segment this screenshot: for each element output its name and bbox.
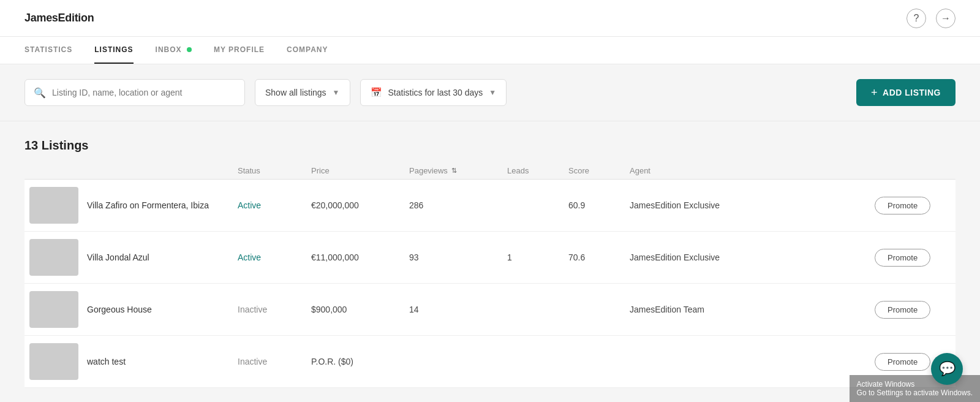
- nav-item-company[interactable]: COMPANY: [287, 37, 328, 64]
- main-nav: STATISTICS LISTINGS INBOX MY PROFILE COM…: [0, 37, 980, 64]
- nav-label-listings: LISTINGS: [94, 45, 133, 54]
- search-icon: 🔍: [34, 87, 46, 99]
- listing-thumbnail-2: [29, 291, 78, 328]
- th-price: Price: [306, 166, 404, 175]
- listing-pageviews-1: 93: [404, 252, 502, 262]
- listing-actions-2: Promote: [870, 301, 956, 319]
- listing-info-0: Villa Zafiro on Formentera, Ibiza: [24, 187, 233, 224]
- content-area: 13 Listings Status Price Pageviews ⇅ Lea…: [0, 121, 980, 388]
- plus-icon: +: [871, 86, 878, 99]
- nav-item-statistics[interactable]: STATISTICS: [24, 37, 72, 64]
- sort-icon: ⇅: [451, 167, 457, 175]
- listings-table: Status Price Pageviews ⇅ Leads Score Age…: [24, 162, 956, 388]
- th-status: Status: [233, 166, 306, 175]
- top-bar-actions: ? →: [907, 9, 956, 28]
- listing-status-3: Inactive: [233, 357, 306, 366]
- statistics-period-dropdown[interactable]: 📅 Statistics for last 30 days ▼: [360, 79, 507, 106]
- listing-price-0: €20,000,000: [306, 200, 404, 210]
- nav-item-inbox[interactable]: INBOX: [156, 37, 192, 64]
- nav-item-my-profile[interactable]: MY PROFILE: [214, 37, 265, 64]
- add-listing-label: ADD LISTING: [883, 88, 941, 97]
- promote-button-3[interactable]: Promote: [875, 353, 930, 371]
- listing-price-2: $900,000: [306, 305, 404, 314]
- nav-label-company: COMPANY: [287, 45, 328, 54]
- nav-label-inbox: INBOX: [156, 45, 182, 54]
- inbox-badge: [187, 47, 192, 52]
- help-icon: ?: [914, 13, 919, 24]
- listing-thumbnail-1: [29, 239, 78, 276]
- th-score: Score: [564, 166, 625, 175]
- listing-info-2: Gorgeous House: [24, 291, 233, 328]
- add-listing-button[interactable]: + ADD LISTING: [856, 79, 956, 106]
- listing-name-1: Villa Jondal Azul: [87, 252, 149, 262]
- th-pageviews[interactable]: Pageviews ⇅: [404, 166, 502, 175]
- listing-status-0: Active: [233, 200, 306, 210]
- listing-price-1: €11,000,000: [306, 252, 404, 262]
- logo: JamesEdition: [24, 12, 94, 25]
- promote-button-0[interactable]: Promote: [875, 197, 930, 214]
- listing-score-1: 70.6: [564, 252, 625, 262]
- calendar-icon: 📅: [371, 87, 382, 98]
- nav-label-my-profile: MY PROFILE: [214, 45, 265, 54]
- chevron-down-icon-2: ▼: [489, 88, 496, 97]
- listing-name-0: Villa Zafiro on Formentera, Ibiza: [87, 200, 209, 210]
- th-agent: Agent: [625, 166, 870, 175]
- listing-pageviews-2: 14: [404, 305, 502, 314]
- chevron-down-icon: ▼: [333, 88, 340, 97]
- listing-agent-2: JamesEdition Team: [625, 305, 870, 314]
- listing-thumbnail-3: [29, 343, 78, 380]
- top-bar: JamesEdition ? →: [0, 0, 980, 37]
- listing-thumbnail-0: [29, 187, 78, 224]
- search-input[interactable]: [52, 88, 236, 97]
- toolbar: 🔍 Show all listings ▼ 📅 Statistics for l…: [0, 64, 980, 121]
- search-box: 🔍: [24, 79, 245, 106]
- listing-agent-0: JamesEdition Exclusive: [625, 200, 870, 210]
- chat-bubble[interactable]: 💬: [931, 353, 963, 385]
- statistics-label: Statistics for last 30 days: [388, 88, 483, 97]
- help-button[interactable]: ?: [907, 9, 926, 28]
- nav-item-listings[interactable]: LISTINGS: [94, 37, 133, 64]
- listing-name-3: watch test: [87, 357, 126, 366]
- listing-agent-1: JamesEdition Exclusive: [625, 252, 870, 262]
- listing-info-1: Villa Jondal Azul: [24, 239, 233, 276]
- listing-info-3: watch test: [24, 343, 233, 380]
- listings-count: 13 Listings: [24, 138, 956, 153]
- listing-actions-1: Promote: [870, 249, 956, 267]
- listing-status-1: Active: [233, 252, 306, 262]
- th-leads: Leads: [502, 166, 564, 175]
- show-listings-label: Show all listings: [265, 88, 326, 97]
- listing-name-2: Gorgeous House: [87, 305, 152, 314]
- promote-button-1[interactable]: Promote: [875, 249, 930, 267]
- table-row: Villa Jondal Azul Active €11,000,000 93 …: [24, 232, 956, 284]
- logout-button[interactable]: →: [936, 9, 956, 28]
- table-row: watch test Inactive P.O.R. ($0) Promote: [24, 336, 956, 388]
- promote-button-2[interactable]: Promote: [875, 301, 930, 319]
- listing-actions-0: Promote: [870, 197, 956, 214]
- logout-icon: →: [941, 13, 951, 24]
- listing-pageviews-0: 286: [404, 200, 502, 210]
- listing-score-0: 60.9: [564, 200, 625, 210]
- chat-icon: 💬: [939, 361, 956, 377]
- table-header: Status Price Pageviews ⇅ Leads Score Age…: [24, 162, 956, 180]
- listing-rows: Villa Zafiro on Formentera, Ibiza Active…: [24, 180, 956, 388]
- show-listings-dropdown[interactable]: Show all listings ▼: [255, 79, 350, 106]
- listing-leads-1: 1: [502, 252, 564, 262]
- table-row: Villa Zafiro on Formentera, Ibiza Active…: [24, 180, 956, 232]
- table-row: Gorgeous House Inactive $900,000 14 Jame…: [24, 284, 956, 336]
- listing-status-2: Inactive: [233, 305, 306, 314]
- listing-price-3: P.O.R. ($0): [306, 357, 404, 366]
- nav-label-statistics: STATISTICS: [24, 45, 72, 54]
